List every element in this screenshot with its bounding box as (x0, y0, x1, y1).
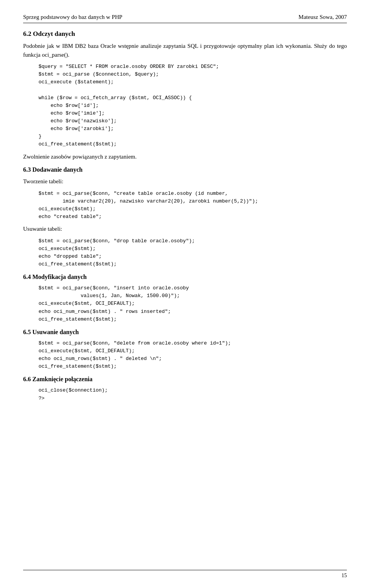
section-63-code1: $stmt = oci_parse($conn, "create table o… (39, 190, 347, 221)
section-63-code2: $stmt = oci_parse($conn, "drop table ora… (39, 237, 347, 269)
page-number: 15 (341, 573, 347, 579)
section-62-intro: Podobnie jak w IBM DB2 baza Oracle wstęp… (23, 42, 347, 59)
section-66-heading: 6.6 Zamknięcie połączenia (23, 376, 347, 383)
section-63-heading: 6.3 Dodawanie danych (23, 166, 347, 173)
page-header: Sprzeg podstawowy do baz danych w PHP Ma… (23, 14, 347, 23)
page: Sprzeg podstawowy do baz danych w PHP Ma… (0, 0, 370, 588)
section-65-code1: $stmt = oci_parse($conn, "delete from or… (39, 340, 347, 371)
header-left: Sprzeg podstawowy do baz danych w PHP (23, 14, 122, 20)
section-65-heading: 6.5 Usuwanie danych (23, 329, 347, 336)
section-63-label2: Usuwanie tabeli: (23, 225, 347, 233)
section-62-code1: $query = "SELECT * FROM oracle.osoby ORD… (39, 63, 347, 149)
section-64-heading: 6.4 Modyfikacja danych (23, 274, 347, 280)
section-63-label1: Tworzenie tabeli: (23, 177, 347, 186)
section-62-heading: 6.2 Odczyt danych (23, 30, 347, 38)
header-right: Mateusz Sowa, 2007 (299, 14, 347, 20)
page-footer: 15 (23, 570, 347, 579)
section-66-code1: oci_close($connection); ?> (39, 387, 347, 402)
section-64-code1: $stmt = oci_parse($conn, "insert into or… (39, 284, 347, 323)
section-62-after: Zwolnienie zasobów powiązanych z zapytan… (23, 152, 347, 161)
